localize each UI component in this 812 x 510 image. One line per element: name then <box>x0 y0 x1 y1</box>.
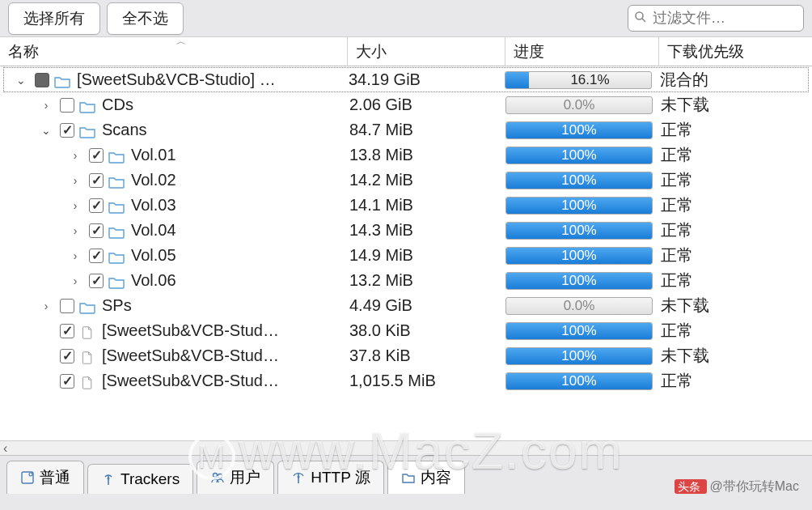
disclosure-icon[interactable]: › <box>66 274 84 287</box>
tab-peers[interactable]: 用户 <box>197 461 274 494</box>
file-name: Vol.01 <box>131 146 176 164</box>
progress-bar: 100% <box>505 372 653 390</box>
svg-rect-2 <box>22 472 33 483</box>
tab-trackers[interactable]: Trackers <box>87 464 193 494</box>
file-name: CDs <box>102 96 133 114</box>
disclosure-icon[interactable]: › <box>66 249 84 262</box>
checkbox[interactable] <box>89 223 104 238</box>
file-name: Vol.05 <box>131 246 176 265</box>
file-row[interactable]: ⌄[SweetSub&VCB-Studio] …34.19 GiB16.1%混合… <box>3 67 809 92</box>
file-size: 14.2 MiB <box>345 171 502 189</box>
priority[interactable]: 未下载 <box>656 345 812 367</box>
file-name: SPs <box>102 296 132 315</box>
filter-files-input[interactable] <box>628 5 804 32</box>
toolbar: 选择所有 全不选 <box>0 0 812 37</box>
folder-icon <box>108 174 125 187</box>
file-icon <box>79 325 95 338</box>
priority[interactable]: 未下载 <box>656 94 812 116</box>
priority[interactable]: 正常 <box>656 370 812 392</box>
priority[interactable]: 正常 <box>656 144 812 166</box>
file-name: [SweetSub&VCB-Stud… <box>102 321 279 340</box>
column-header-progress[interactable]: 进度 <box>505 36 659 67</box>
priority[interactable]: 未下载 <box>656 295 812 317</box>
svg-point-5 <box>108 478 110 480</box>
tab-label: 内容 <box>421 467 451 488</box>
file-row[interactable]: [SweetSub&VCB-Stud…38.0 KiB100%正常 <box>0 318 812 343</box>
disclosure-icon[interactable]: › <box>66 199 84 212</box>
priority[interactable]: 正常 <box>656 119 812 141</box>
checkbox[interactable] <box>89 249 104 263</box>
column-header-name[interactable]: 名称 ︿ <box>0 36 348 67</box>
priority[interactable]: 正常 <box>656 219 812 241</box>
file-size: 14.1 MiB <box>345 196 502 215</box>
tab-label: Trackers <box>121 470 180 488</box>
checkbox[interactable] <box>60 299 74 313</box>
file-row[interactable]: ›SPs4.49 GiB0.0%未下载 <box>0 293 812 318</box>
file-row[interactable]: ›Vol.0113.8 MiB100%正常 <box>0 142 812 168</box>
checkbox[interactable] <box>89 198 104 213</box>
sort-indicator-icon: ︿ <box>176 35 186 49</box>
priority[interactable]: 正常 <box>656 270 812 291</box>
file-row[interactable]: ›Vol.0214.2 MiB100%正常 <box>0 168 812 193</box>
file-row[interactable]: [SweetSub&VCB-Stud…1,015.5 MiB100%正常 <box>0 368 812 393</box>
file-size: 2.06 GiB <box>345 96 502 114</box>
file-row[interactable]: ›Vol.0514.9 MiB100%正常 <box>0 243 812 268</box>
checkbox[interactable] <box>89 148 104 163</box>
checkbox[interactable] <box>89 173 104 188</box>
file-row[interactable]: ›Vol.0314.1 MiB100%正常 <box>0 193 812 218</box>
folder-icon <box>79 99 95 112</box>
progress-bar: 100% <box>505 322 653 340</box>
checkbox[interactable] <box>60 374 74 389</box>
column-header-size[interactable]: 大小 <box>348 36 505 67</box>
file-row[interactable]: ›CDs2.06 GiB0.0%未下载 <box>0 92 812 117</box>
progress-bar: 0.0% <box>505 297 653 315</box>
column-header-priority[interactable]: 下载优先级 <box>659 36 812 67</box>
disclosure-icon[interactable]: › <box>66 174 84 187</box>
priority[interactable]: 正常 <box>656 244 812 266</box>
progress-bar: 100% <box>505 347 653 365</box>
checkbox[interactable] <box>35 73 49 87</box>
priority[interactable]: 正常 <box>656 194 812 216</box>
tab-general[interactable]: 普通 <box>6 461 84 494</box>
svg-point-7 <box>218 474 222 478</box>
folder-icon <box>108 249 125 262</box>
select-none-button[interactable]: 全不选 <box>107 2 184 35</box>
priority[interactable]: 正常 <box>656 169 812 191</box>
file-size: 13.8 MiB <box>345 146 502 164</box>
file-tree: ⌄[SweetSub&VCB-Studio] …34.19 GiB16.1%混合… <box>0 66 812 455</box>
file-row[interactable]: ⌄Scans84.7 MiB100%正常 <box>0 117 812 142</box>
file-size: 14.3 MiB <box>345 221 502 240</box>
checkbox[interactable] <box>60 123 74 138</box>
http-icon <box>291 470 306 485</box>
priority[interactable]: 正常 <box>656 320 812 342</box>
file-row[interactable]: ›Vol.0613.2 MiB100%正常 <box>0 268 812 293</box>
checkbox[interactable] <box>60 349 74 363</box>
checkbox[interactable] <box>60 324 74 338</box>
file-size: 1,015.5 MiB <box>345 372 502 390</box>
progress-bar: 100% <box>505 172 653 189</box>
progress-bar: 100% <box>505 197 653 215</box>
file-row[interactable]: [SweetSub&VCB-Stud…37.8 KiB100%未下载 <box>0 343 812 368</box>
checkbox[interactable] <box>60 98 74 113</box>
file-name: [SweetSub&VCB-Stud… <box>102 372 279 390</box>
file-row[interactable]: ›Vol.0414.3 MiB100%正常 <box>0 218 812 243</box>
svg-point-0 <box>636 12 643 19</box>
file-name: Vol.06 <box>131 271 176 290</box>
disclosure-icon[interactable]: › <box>66 224 84 237</box>
disclosure-icon[interactable]: ⌄ <box>12 74 30 87</box>
folder-icon <box>79 300 95 312</box>
tab-label: 用户 <box>230 467 260 488</box>
disclosure-icon[interactable]: › <box>37 300 55 312</box>
tab-content[interactable]: 内容 <box>387 461 465 494</box>
file-name: Vol.03 <box>131 196 176 215</box>
file-size: 37.8 KiB <box>345 346 502 365</box>
checkbox[interactable] <box>89 274 104 288</box>
disclosure-icon[interactable]: › <box>37 99 55 112</box>
progress-bar: 100% <box>505 247 653 265</box>
select-all-button[interactable]: 选择所有 <box>8 2 100 35</box>
disclosure-icon[interactable]: › <box>66 149 84 162</box>
priority[interactable]: 混合的 <box>655 69 808 91</box>
disclosure-icon[interactable]: ⌄ <box>37 124 55 137</box>
tab-http[interactable]: HTTP 源 <box>277 461 384 494</box>
horizontal-scrollbar[interactable] <box>0 440 812 455</box>
